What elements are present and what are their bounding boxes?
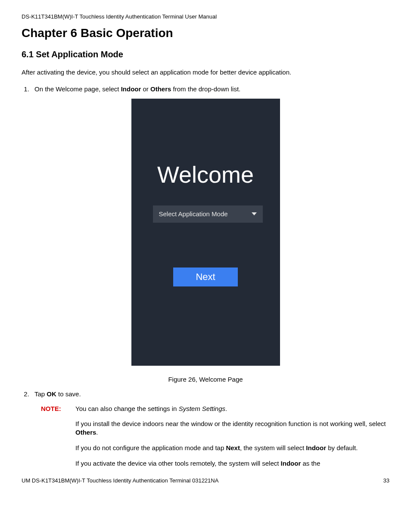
note1-system-settings: System Settings	[179, 405, 225, 412]
chevron-down-icon	[252, 212, 257, 215]
step1-text-e: from the drop-down list.	[171, 85, 240, 93]
step-2: Tap OK to save.	[31, 390, 389, 398]
note3-next: Next	[226, 444, 240, 451]
device-screen: Welcome Select Application Mode Next	[131, 99, 280, 366]
note-4: If you activate the device via other too…	[75, 459, 389, 468]
note4-c: as the	[301, 460, 320, 467]
application-mode-dropdown[interactable]: Select Application Mode	[153, 205, 263, 223]
note2-a: If you install the device indoors near t…	[75, 420, 386, 427]
page-footer: UM DS-K1T341BM(W)I-T Touchless Identity …	[22, 477, 389, 485]
step1-indoor: Indoor	[121, 85, 141, 93]
note3-indoor: Indoor	[306, 444, 326, 451]
note1-a: You can also change the settings in	[75, 405, 179, 412]
footer-page-number: 33	[383, 477, 389, 485]
note1-c: .	[225, 405, 227, 412]
note-3: If you do not configure the application …	[75, 444, 389, 452]
steps-list: On the Welcome page, select Indoor or Ot…	[22, 85, 389, 93]
note-label: NOTE:	[41, 404, 75, 413]
note3-c: , the system will select	[240, 444, 306, 451]
step1-others: Others	[150, 85, 171, 93]
note-2: If you install the device indoors near t…	[75, 420, 389, 437]
step2-text-a: Tap	[34, 390, 47, 398]
step2-ok: OK	[47, 390, 56, 398]
welcome-heading: Welcome	[131, 159, 280, 190]
footer-left: UM DS-K1T341BM(W)I-T Touchless Identity …	[22, 477, 218, 485]
section-title: 6.1 Set Application Mode	[22, 49, 389, 60]
dropdown-label: Select Application Mode	[159, 210, 228, 218]
steps-list-2: Tap OK to save.	[22, 390, 389, 398]
note3-e: by default.	[326, 444, 358, 451]
note-1: You can also change the settings in Syst…	[75, 404, 389, 413]
note2-c: .	[96, 429, 98, 436]
figure-caption: Figure 26, Welcome Page	[22, 375, 389, 384]
next-button[interactable]: Next	[173, 268, 238, 286]
note2-others: Others	[75, 429, 96, 436]
step-1: On the Welcome page, select Indoor or Ot…	[31, 85, 389, 93]
step1-text-a: On the Welcome page, select	[34, 85, 121, 93]
step2-text-c: to save.	[56, 390, 81, 398]
chapter-title: Chapter 6 Basic Operation	[22, 25, 389, 41]
note4-a: If you activate the device via other too…	[75, 460, 281, 467]
document-header: DS-K11T341BM(W)I-T Touchless Identity Au…	[22, 13, 389, 21]
device-figure: Welcome Select Application Mode Next	[22, 99, 389, 366]
note-block: NOTE: You can also change the settings i…	[41, 404, 389, 413]
note3-a: If you do not configure the application …	[75, 444, 226, 451]
note4-indoor: Indoor	[281, 460, 301, 467]
intro-paragraph: After activating the device, you should …	[22, 68, 389, 77]
step1-text-c: or	[141, 85, 150, 93]
